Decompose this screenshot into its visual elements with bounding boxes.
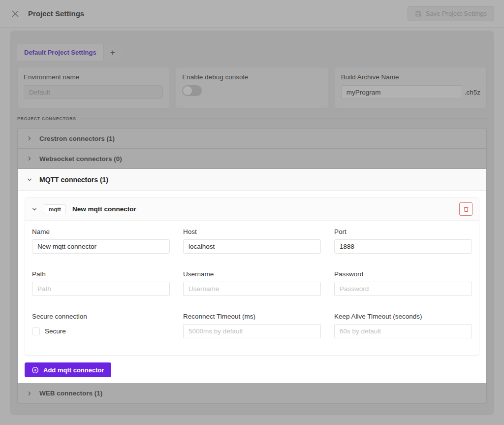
settings-cards-row: Environment name Enable debug console Bu… [17,67,487,108]
build-archive-input[interactable] [341,85,462,99]
accordion-row-label: Websocket connectors (0) [39,155,122,163]
archive-extension-suffix: .ch5z [465,89,480,96]
build-archive-label: Build Archive Name [341,73,480,81]
password-input[interactable] [334,282,472,296]
mqtt-connector-card: mqtt New mqtt connector [25,197,479,356]
environment-name-label: Environment name [24,73,163,81]
accordion-row-label: MQTT connectors (1) [39,176,108,184]
save-project-settings-button[interactable]: Save Project Settings [408,6,494,21]
reconnect-timeout-label: Reconnect Timeout (ms) [183,313,321,320]
environment-name-card: Environment name [17,67,169,108]
chevron-down-icon [27,177,32,183]
field-host: Host [183,228,321,254]
username-label: Username [183,270,321,278]
reconnect-timeout-input[interactable] [183,324,321,338]
tab-default-project-settings[interactable]: Default Project Settings [17,44,103,61]
project-connectors-label: PROJECT CONNECTORS [17,116,76,121]
secure-connection-label: Secure connection [32,313,170,320]
host-input[interactable] [183,239,321,254]
password-label: Password [334,270,472,278]
project-settings-panel: Default Project Settings + Environment n… [10,31,494,415]
page-title: Project Settings [28,9,84,18]
mqtt-connector-header[interactable]: mqtt New mqtt connector [25,198,479,221]
debug-console-card: Enable debug console [176,67,328,108]
section-divider [81,118,487,119]
field-password: Password [334,270,472,296]
accordion-row-crestron-connectors[interactable]: Crestron connectors (1) [18,129,486,149]
tab-label: Default Project Settings [24,49,96,56]
keepalive-timeout-input[interactable] [334,324,472,338]
field-secure-connection: Secure connection Secure [32,313,170,338]
trash-icon [463,206,470,213]
mqtt-connector-form: Name Host Port Path [25,221,479,355]
accordion-row-mqtt-connectors[interactable]: MQTT connectors (1) [18,169,486,191]
keepalive-timeout-label: Keep Alive Timeout (seconds) [334,313,472,320]
field-name: Name [32,228,170,254]
port-label: Port [334,228,472,235]
secure-checkbox-label: Secure [45,327,66,335]
name-label: Name [32,228,170,235]
mqtt-connectors-content: mqtt New mqtt connector [18,191,486,383]
build-archive-row: .ch5z [341,85,480,99]
tab-add-settings[interactable]: + [103,44,122,61]
delete-connector-button[interactable] [459,202,472,216]
mqtt-connectors-section: MQTT connectors (1) mqtt New mqtt connec… [18,169,486,383]
path-label: Path [32,270,170,278]
topbar: Project Settings Save Project Settings [0,0,504,28]
connector-type-badge: mqtt [44,204,66,214]
debug-console-toggle[interactable] [182,85,202,96]
toggle-knob [183,86,192,95]
project-connectors-section: PROJECT CONNECTORS [17,115,487,122]
add-mqtt-connector-button[interactable]: Add mqtt connector [25,362,111,377]
add-button-label: Add mqtt connector [43,366,104,374]
accordion-row-label: Crestron connectors (1) [39,135,115,142]
save-icon [415,10,422,17]
field-keepalive-timeout: Keep Alive Timeout (seconds) [334,313,472,338]
accordion-row-websocket-connectors[interactable]: Websocket connectors (0) [18,149,486,169]
secure-checkbox[interactable] [32,327,40,335]
username-input[interactable] [183,282,321,296]
accordion-row-web-connectors[interactable]: WEB connectors (1) [18,383,486,403]
field-username: Username [183,270,321,296]
plus-icon: + [110,48,115,58]
connectors-accordion: Crestron connectors (1) Websocket connec… [17,128,487,404]
chevron-right-icon [27,135,32,141]
port-input[interactable] [334,239,472,254]
name-input[interactable] [32,239,170,254]
chevron-down-icon [32,206,37,212]
connector-title: New mqtt connector [72,205,453,213]
debug-console-label: Enable debug console [182,73,321,81]
path-input[interactable] [32,282,170,296]
chevron-right-icon [27,391,32,396]
field-path: Path [32,270,170,296]
field-port: Port [334,228,472,254]
host-label: Host [183,228,321,235]
close-icon[interactable] [10,8,21,19]
accordion-row-label: WEB connectors (1) [39,390,102,397]
secure-checkbox-row: Secure [32,324,170,338]
chevron-right-icon [27,156,32,162]
build-archive-card: Build Archive Name .ch5z [335,67,487,108]
field-reconnect-timeout: Reconnect Timeout (ms) [183,313,321,338]
plus-circle-icon [32,366,39,374]
settings-tabbar: Default Project Settings + [17,31,487,61]
save-button-label: Save Project Settings [426,10,487,17]
environment-name-input[interactable] [24,85,163,99]
